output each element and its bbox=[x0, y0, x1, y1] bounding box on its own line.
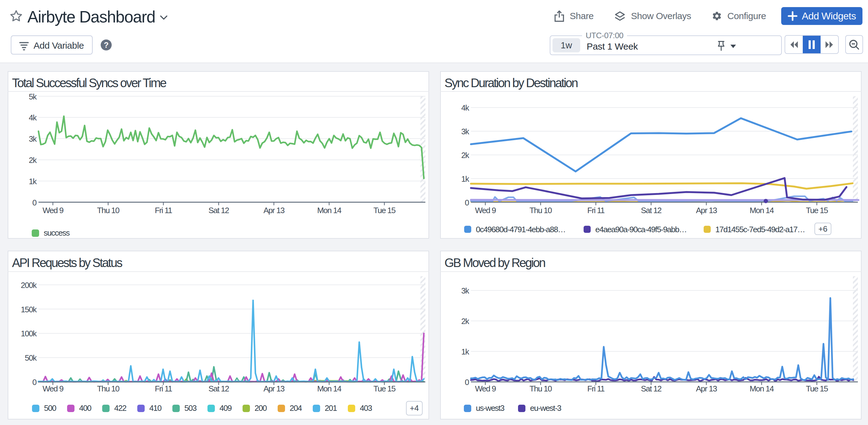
svg-text:150k: 150k bbox=[21, 305, 37, 314]
svg-text:Apr 13: Apr 13 bbox=[696, 384, 717, 393]
svg-text:Apr 13: Apr 13 bbox=[264, 384, 285, 393]
svg-text:Tue 15: Tue 15 bbox=[373, 206, 396, 215]
svg-text:0: 0 bbox=[32, 198, 37, 207]
svg-text:100k: 100k bbox=[21, 329, 37, 338]
svg-text:Wed 9: Wed 9 bbox=[42, 384, 63, 393]
svg-text:2k: 2k bbox=[29, 155, 37, 165]
svg-text:Fri 11: Fri 11 bbox=[155, 384, 173, 393]
svg-text:Mon 14: Mon 14 bbox=[317, 384, 341, 393]
svg-text:Sat 12: Sat 12 bbox=[208, 206, 229, 215]
svg-text:?: ? bbox=[104, 41, 108, 49]
svg-text:5k: 5k bbox=[29, 92, 37, 101]
svg-text:Thu 10: Thu 10 bbox=[97, 384, 119, 393]
svg-text:Fri 11: Fri 11 bbox=[587, 206, 605, 215]
svg-text:Thu 10: Thu 10 bbox=[97, 206, 119, 215]
svg-text:Fri 11: Fri 11 bbox=[155, 206, 173, 215]
svg-text:Tue 15: Tue 15 bbox=[373, 384, 396, 393]
svg-text:Sat 12: Sat 12 bbox=[641, 206, 661, 215]
svg-text:Fri 11: Fri 11 bbox=[587, 384, 605, 393]
svg-text:3k: 3k bbox=[461, 127, 470, 136]
svg-text:Thu 10: Thu 10 bbox=[529, 384, 552, 393]
svg-text:Apr 13: Apr 13 bbox=[696, 206, 717, 215]
svg-text:Wed 9: Wed 9 bbox=[475, 384, 496, 393]
svg-text:1k: 1k bbox=[461, 174, 470, 184]
svg-text:Wed 9: Wed 9 bbox=[475, 206, 496, 215]
svg-text:4k: 4k bbox=[29, 113, 37, 122]
svg-text:Tue 15: Tue 15 bbox=[806, 384, 828, 393]
svg-text:4k: 4k bbox=[461, 103, 470, 113]
svg-text:Mon 14: Mon 14 bbox=[317, 206, 341, 215]
svg-text:200k: 200k bbox=[21, 280, 37, 290]
svg-text:50k: 50k bbox=[25, 353, 37, 363]
svg-text:1k: 1k bbox=[461, 347, 470, 356]
svg-text:0: 0 bbox=[465, 377, 469, 387]
svg-text:3k: 3k bbox=[461, 286, 470, 295]
svg-text:Mon 14: Mon 14 bbox=[749, 384, 774, 393]
svg-text:0: 0 bbox=[465, 198, 469, 207]
svg-text:Sat 12: Sat 12 bbox=[641, 384, 661, 393]
svg-text:2k: 2k bbox=[461, 316, 470, 326]
svg-text:Apr 13: Apr 13 bbox=[264, 206, 285, 215]
svg-text:0: 0 bbox=[32, 377, 37, 387]
svg-text:1k: 1k bbox=[29, 177, 37, 186]
svg-text:Thu 10: Thu 10 bbox=[529, 206, 552, 215]
svg-text:2k: 2k bbox=[461, 151, 470, 160]
svg-text:Sat 12: Sat 12 bbox=[208, 384, 229, 393]
svg-text:Wed 9: Wed 9 bbox=[42, 206, 63, 215]
svg-text:Tue 15: Tue 15 bbox=[806, 206, 828, 215]
svg-text:Mon 14: Mon 14 bbox=[749, 206, 774, 215]
svg-text:3k: 3k bbox=[29, 134, 37, 144]
